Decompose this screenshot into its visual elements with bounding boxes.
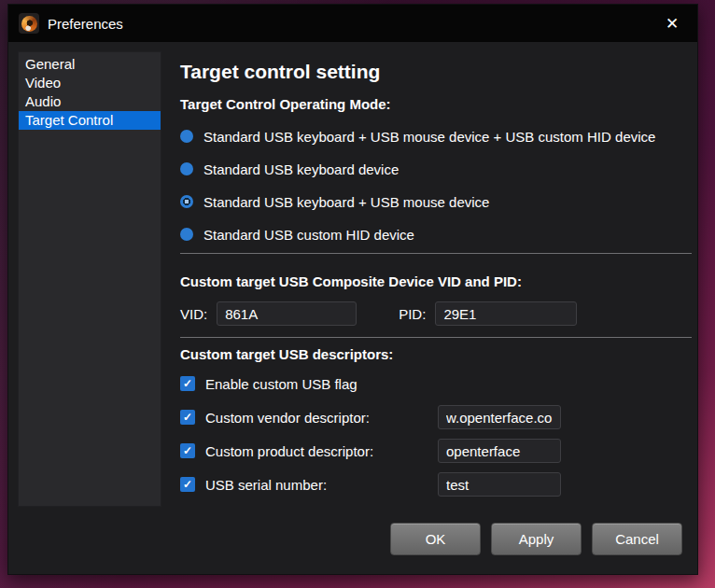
checkbox-label: Custom vendor descriptor:	[205, 410, 370, 426]
enable-custom-usb-flag-checkbox[interactable]: ✓	[180, 376, 195, 391]
vendor-descriptor-input[interactable]	[438, 405, 561, 429]
radio-option-label: Standard USB keyboard + USB mouse device	[203, 194, 489, 210]
vid-pid-row: VID: PID:	[180, 301, 577, 326]
radio-option-label: Standard USB custom HID device	[203, 227, 414, 243]
app-icon	[19, 13, 39, 34]
pid-input[interactable]	[435, 301, 577, 326]
page-title: Target control setting	[180, 61, 380, 83]
serial-number-input[interactable]	[438, 472, 561, 497]
dialog-buttons: OK Apply Cancel	[390, 523, 682, 555]
product-descriptor-input[interactable]	[438, 439, 561, 463]
radio-option-kbd[interactable]: Standard USB keyboard device	[180, 160, 399, 178]
openterface-logo-icon	[21, 16, 37, 32]
cancel-button[interactable]: Cancel	[592, 523, 682, 555]
check-icon: ✓	[183, 479, 192, 490]
checkbox-label: USB serial number:	[205, 477, 327, 493]
radio-option-kbd-mouse-hid[interactable]: Standard USB keyboard + USB mouse device…	[180, 127, 655, 146]
custom-product-descriptor-checkbox[interactable]: ✓	[180, 443, 195, 458]
check-icon: ✓	[183, 412, 192, 423]
sidebar-item-video[interactable]: Video	[19, 74, 161, 92]
radio-option-label: Standard USB keyboard + USB mouse device…	[203, 129, 655, 145]
radio-button-icon	[180, 228, 193, 241]
sidebar-item-label: Audio	[25, 93, 61, 109]
title-bar: Preferences ✕	[8, 5, 697, 42]
sidebar-item-label: Target Control	[25, 112, 113, 128]
radio-button-icon	[180, 130, 193, 143]
vid-label: VID:	[180, 306, 207, 322]
vid-input[interactable]	[217, 301, 357, 326]
custom-vendor-descriptor-row: ✓ Custom vendor descriptor:	[180, 404, 692, 430]
sidebar-item-general[interactable]: General	[19, 55, 161, 74]
pid-label: PID:	[399, 306, 426, 322]
vid-pid-section-label: Custom target USB Composite Device VID a…	[180, 273, 522, 289]
radio-button-icon	[180, 195, 193, 208]
preferences-dialog: Preferences ✕ General Video Audio Target…	[7, 4, 698, 575]
sidebar-item-target-control[interactable]: Target Control	[19, 111, 161, 130]
check-icon: ✓	[183, 445, 192, 456]
radio-option-label: Standard USB keyboard device	[203, 161, 399, 177]
checkbox-label: Custom product descriptor:	[205, 443, 373, 459]
close-button[interactable]: ✕	[654, 7, 690, 40]
operating-mode-label: Target Control Operating Mode:	[180, 96, 391, 112]
divider	[180, 253, 692, 254]
sidebar-item-audio[interactable]: Audio	[19, 92, 161, 111]
sidebar: General Video Audio Target Control	[18, 51, 161, 507]
sidebar-item-label: Video	[25, 75, 61, 91]
ok-button[interactable]: OK	[390, 523, 481, 555]
apply-button[interactable]: Apply	[491, 523, 582, 555]
usb-serial-number-row: ✓ USB serial number:	[180, 471, 692, 497]
close-icon: ✕	[666, 14, 679, 34]
window-title: Preferences	[48, 16, 123, 32]
usb-serial-number-checkbox[interactable]: ✓	[180, 477, 195, 492]
radio-option-custom-hid[interactable]: Standard USB custom HID device	[180, 225, 414, 244]
divider	[180, 337, 692, 338]
custom-product-descriptor-row: ✓ Custom product descriptor:	[180, 438, 692, 464]
check-icon: ✓	[183, 378, 192, 389]
checkbox-label: Enable custom USB flag	[205, 376, 358, 392]
descriptors-section-label: Custom target USB descriptors:	[180, 346, 393, 362]
radio-button-icon	[180, 162, 193, 175]
main-panel: Target control setting Target Control Op…	[180, 42, 692, 565]
radio-option-kbd-mouse[interactable]: Standard USB keyboard + USB mouse device	[180, 192, 489, 211]
custom-vendor-descriptor-checkbox[interactable]: ✓	[180, 410, 195, 425]
sidebar-item-label: General	[25, 56, 75, 72]
enable-custom-usb-flag-row: ✓ Enable custom USB flag	[180, 371, 692, 397]
